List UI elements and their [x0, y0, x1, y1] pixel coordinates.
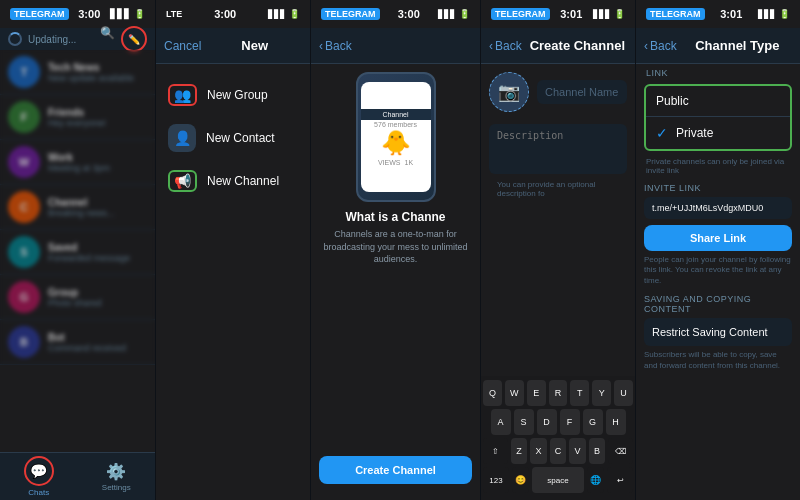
invite-section: INVITE LINK t.me/+UJJtM6LsVdgxMDU0 Share…	[636, 179, 800, 290]
key-delete[interactable]: ⌫	[608, 438, 633, 464]
key-e[interactable]: E	[527, 380, 546, 406]
phone-screen: Channel 576 members 🐥 VIEWS 1K	[361, 82, 431, 192]
new-contact-label: New Contact	[206, 131, 275, 145]
description-input[interactable]	[489, 124, 627, 174]
key-globe[interactable]: 🌐	[587, 467, 604, 493]
blur-overlay	[0, 50, 155, 365]
share-link-button[interactable]: Share Link	[644, 225, 792, 251]
views-text: VIEWS	[378, 159, 401, 166]
back-button-5[interactable]: ‹ Back	[644, 39, 677, 53]
key-f[interactable]: F	[560, 409, 580, 435]
battery-3: 🔋	[459, 9, 470, 19]
new-group-label: New Group	[207, 88, 268, 102]
key-b[interactable]: B	[589, 438, 606, 464]
promo-description: Channels are a one-to-man for broadcasti…	[315, 228, 476, 266]
key-emoji[interactable]: 😊	[512, 467, 529, 493]
compose-icon[interactable]: ✏️	[121, 26, 147, 52]
cancel-button[interactable]: Cancel	[164, 39, 201, 53]
key-g[interactable]: G	[583, 409, 603, 435]
channel-type-options: Public ✓ Private	[644, 84, 792, 151]
key-q[interactable]: Q	[483, 380, 502, 406]
key-s[interactable]: S	[514, 409, 534, 435]
status-icons-5: ▋▋▋ 🔋	[758, 9, 790, 19]
channel-name-input[interactable]	[537, 80, 627, 104]
key-space[interactable]: space	[532, 467, 584, 493]
tab-settings-label: Settings	[102, 483, 131, 492]
description-hint: You can provide an optional description …	[489, 178, 627, 200]
panel-create-channel: TELEGRAM 3:01 ▋▋▋ 🔋 ‹ Back Create Channe…	[480, 0, 635, 500]
key-v[interactable]: V	[569, 438, 586, 464]
signal-3: ▋▋▋	[438, 10, 456, 19]
restrict-saving-row[interactable]: Restrict Saving Content	[644, 318, 792, 346]
carrier-2: LTE	[166, 9, 182, 19]
key-z[interactable]: Z	[511, 438, 528, 464]
key-h[interactable]: H	[606, 409, 626, 435]
status-icons-2: ▋▋▋ 🔋	[268, 9, 300, 19]
battery-4: 🔋	[614, 9, 625, 19]
invite-link-display: t.me/+UJJtM6LsVdgxMDU0	[644, 197, 792, 219]
menu-section: 👥 New Group 👤 New Contact 📢 New Channel	[156, 64, 310, 208]
signal-2: ▋▋▋	[268, 10, 286, 19]
public-option[interactable]: Public	[646, 86, 790, 117]
status-bar-1: TELEGRAM 3:00 ▋▋▋ 🔋	[0, 0, 155, 28]
invite-hint-text: People can join your channel by followin…	[644, 255, 792, 286]
key-d[interactable]: D	[537, 409, 557, 435]
channel-promo-section: Channel 576 members 🐥 VIEWS 1K What is a…	[311, 64, 480, 270]
back-button-3[interactable]: ‹ Back	[319, 39, 352, 53]
status-bar-2: LTE 3:00 ▋▋▋ 🔋	[156, 0, 310, 28]
new-channel-label: New Channel	[207, 174, 279, 188]
tab-chats[interactable]: 💬 Chats	[0, 456, 78, 497]
time-5: 3:01	[720, 8, 742, 20]
members-count: 576 members	[373, 120, 418, 129]
status-bar-3: TELEGRAM 3:00 ▋▋▋ 🔋	[311, 0, 480, 28]
page-title-2: New	[207, 38, 302, 53]
description-section: You can provide an optional description …	[481, 124, 635, 204]
key-c[interactable]: C	[550, 438, 567, 464]
status-icons-1: ▋▋▋ 🔋	[110, 9, 145, 19]
chat-list: T Tech News New update available F Frien…	[0, 50, 155, 365]
key-return[interactable]: ↩	[607, 467, 633, 493]
back-button-4[interactable]: ‹ Back	[489, 39, 522, 53]
channel-screen-label: Channel	[361, 109, 431, 120]
key-r[interactable]: R	[549, 380, 568, 406]
carrier-5: TELEGRAM	[646, 8, 705, 20]
new-channel-menu-item[interactable]: 📢 New Channel	[156, 162, 310, 200]
keyboard: Q W E R T Y U A S D F G H ⇧ Z X C V B ⌫ …	[481, 376, 635, 500]
private-hint: Private channels can only be joined via …	[636, 155, 800, 179]
channel-icon: 📢	[174, 173, 191, 189]
time-3: 3:00	[398, 8, 420, 20]
key-t[interactable]: T	[570, 380, 589, 406]
duck-icon: 🐥	[381, 129, 411, 157]
time-4: 3:01	[560, 8, 582, 20]
nav-bar-3: ‹ Back	[311, 28, 480, 64]
key-x[interactable]: X	[530, 438, 547, 464]
new-group-menu-item[interactable]: 👥 New Group	[156, 76, 310, 114]
restrict-hint-text: Subscribers will be able to copy, save a…	[644, 350, 792, 371]
updating-bar: Updating... 🔍 ✏️	[0, 28, 155, 50]
restrict-saving-label: Restrict Saving Content	[652, 326, 768, 338]
key-y[interactable]: Y	[592, 380, 611, 406]
tab-settings[interactable]: ⚙️ Settings	[78, 462, 156, 492]
new-contact-menu-item[interactable]: 👤 New Contact	[156, 116, 310, 160]
channel-avatar[interactable]: 📷	[489, 72, 529, 112]
spinner-icon	[8, 32, 22, 46]
carrier-4: TELEGRAM	[491, 8, 550, 20]
search-icon-header[interactable]: 🔍	[100, 26, 115, 52]
key-123[interactable]: 123	[483, 467, 509, 493]
key-a[interactable]: A	[491, 409, 511, 435]
views-row: VIEWS 1K	[378, 159, 413, 166]
tab-bar-1: 💬 Chats ⚙️ Settings	[0, 452, 155, 500]
settings-icon: ⚙️	[106, 462, 126, 481]
nav-bar-2: Cancel New	[156, 28, 310, 64]
private-option[interactable]: ✓ Private	[646, 117, 790, 149]
key-shift[interactable]: ⇧	[483, 438, 508, 464]
panel-new-menu: LTE 3:00 ▋▋▋ 🔋 Cancel New 👥 New Group 👤 …	[155, 0, 310, 500]
status-bar-5: TELEGRAM 3:01 ▋▋▋ 🔋	[636, 0, 800, 28]
saving-section-label: SAVING AND COPYING CONTENT	[644, 294, 792, 314]
keyboard-row-2: A S D F G H	[483, 409, 633, 435]
create-channel-button[interactable]: Create Channel	[319, 456, 472, 484]
key-w[interactable]: W	[505, 380, 524, 406]
page-title-4: Create Channel	[528, 38, 627, 53]
key-u[interactable]: U	[614, 380, 633, 406]
page-title-5: Channel Type	[683, 38, 792, 53]
